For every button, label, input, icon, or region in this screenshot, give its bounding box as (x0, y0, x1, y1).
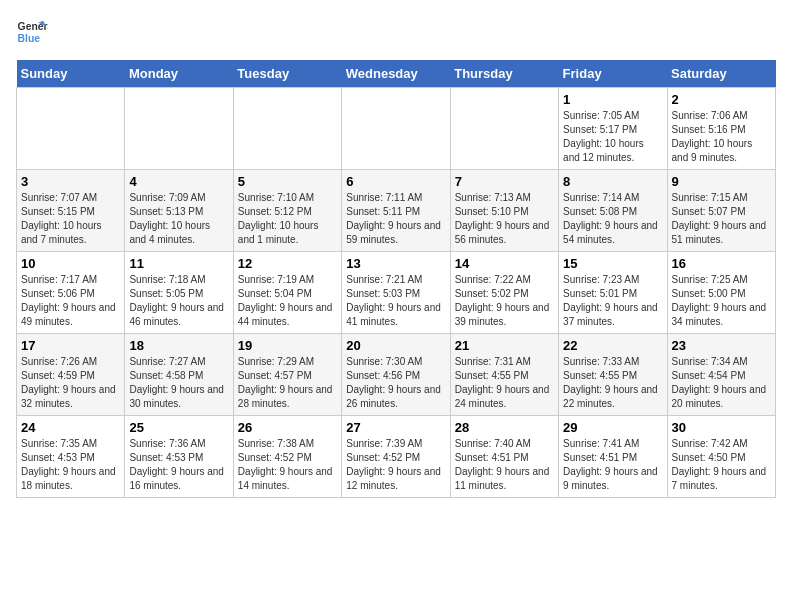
day-number: 8 (563, 174, 662, 189)
calendar-cell: 13Sunrise: 7:21 AM Sunset: 5:03 PM Dayli… (342, 252, 450, 334)
day-info: Sunrise: 7:05 AM Sunset: 5:17 PM Dayligh… (563, 109, 662, 165)
day-info: Sunrise: 7:35 AM Sunset: 4:53 PM Dayligh… (21, 437, 120, 493)
calendar-cell (233, 88, 341, 170)
calendar-week-row: 24Sunrise: 7:35 AM Sunset: 4:53 PM Dayli… (17, 416, 776, 498)
day-number: 22 (563, 338, 662, 353)
calendar-cell: 8Sunrise: 7:14 AM Sunset: 5:08 PM Daylig… (559, 170, 667, 252)
calendar-cell: 3Sunrise: 7:07 AM Sunset: 5:15 PM Daylig… (17, 170, 125, 252)
calendar-cell: 17Sunrise: 7:26 AM Sunset: 4:59 PM Dayli… (17, 334, 125, 416)
logo: General Blue (16, 16, 52, 48)
calendar-cell: 9Sunrise: 7:15 AM Sunset: 5:07 PM Daylig… (667, 170, 775, 252)
day-number: 16 (672, 256, 771, 271)
calendar-cell: 4Sunrise: 7:09 AM Sunset: 5:13 PM Daylig… (125, 170, 233, 252)
weekday-header: Tuesday (233, 60, 341, 88)
day-info: Sunrise: 7:40 AM Sunset: 4:51 PM Dayligh… (455, 437, 554, 493)
calendar-cell: 1Sunrise: 7:05 AM Sunset: 5:17 PM Daylig… (559, 88, 667, 170)
calendar-cell: 20Sunrise: 7:30 AM Sunset: 4:56 PM Dayli… (342, 334, 450, 416)
day-number: 4 (129, 174, 228, 189)
calendar-cell: 26Sunrise: 7:38 AM Sunset: 4:52 PM Dayli… (233, 416, 341, 498)
calendar-week-row: 1Sunrise: 7:05 AM Sunset: 5:17 PM Daylig… (17, 88, 776, 170)
day-info: Sunrise: 7:11 AM Sunset: 5:11 PM Dayligh… (346, 191, 445, 247)
day-number: 18 (129, 338, 228, 353)
calendar-cell: 30Sunrise: 7:42 AM Sunset: 4:50 PM Dayli… (667, 416, 775, 498)
day-info: Sunrise: 7:29 AM Sunset: 4:57 PM Dayligh… (238, 355, 337, 411)
weekday-header: Saturday (667, 60, 775, 88)
day-number: 11 (129, 256, 228, 271)
day-number: 13 (346, 256, 445, 271)
calendar-cell: 22Sunrise: 7:33 AM Sunset: 4:55 PM Dayli… (559, 334, 667, 416)
calendar-cell: 25Sunrise: 7:36 AM Sunset: 4:53 PM Dayli… (125, 416, 233, 498)
calendar-cell: 27Sunrise: 7:39 AM Sunset: 4:52 PM Dayli… (342, 416, 450, 498)
day-number: 9 (672, 174, 771, 189)
day-number: 15 (563, 256, 662, 271)
day-number: 3 (21, 174, 120, 189)
day-info: Sunrise: 7:17 AM Sunset: 5:06 PM Dayligh… (21, 273, 120, 329)
calendar-cell: 28Sunrise: 7:40 AM Sunset: 4:51 PM Dayli… (450, 416, 558, 498)
weekday-header: Sunday (17, 60, 125, 88)
day-info: Sunrise: 7:31 AM Sunset: 4:55 PM Dayligh… (455, 355, 554, 411)
day-info: Sunrise: 7:21 AM Sunset: 5:03 PM Dayligh… (346, 273, 445, 329)
day-info: Sunrise: 7:14 AM Sunset: 5:08 PM Dayligh… (563, 191, 662, 247)
weekday-header: Monday (125, 60, 233, 88)
calendar-cell: 23Sunrise: 7:34 AM Sunset: 4:54 PM Dayli… (667, 334, 775, 416)
day-info: Sunrise: 7:07 AM Sunset: 5:15 PM Dayligh… (21, 191, 120, 247)
day-number: 20 (346, 338, 445, 353)
day-info: Sunrise: 7:41 AM Sunset: 4:51 PM Dayligh… (563, 437, 662, 493)
day-info: Sunrise: 7:33 AM Sunset: 4:55 PM Dayligh… (563, 355, 662, 411)
day-info: Sunrise: 7:09 AM Sunset: 5:13 PM Dayligh… (129, 191, 228, 247)
day-info: Sunrise: 7:18 AM Sunset: 5:05 PM Dayligh… (129, 273, 228, 329)
day-info: Sunrise: 7:13 AM Sunset: 5:10 PM Dayligh… (455, 191, 554, 247)
day-number: 1 (563, 92, 662, 107)
weekday-header: Friday (559, 60, 667, 88)
day-info: Sunrise: 7:23 AM Sunset: 5:01 PM Dayligh… (563, 273, 662, 329)
day-number: 29 (563, 420, 662, 435)
calendar-cell: 5Sunrise: 7:10 AM Sunset: 5:12 PM Daylig… (233, 170, 341, 252)
calendar-cell: 7Sunrise: 7:13 AM Sunset: 5:10 PM Daylig… (450, 170, 558, 252)
day-number: 21 (455, 338, 554, 353)
day-info: Sunrise: 7:34 AM Sunset: 4:54 PM Dayligh… (672, 355, 771, 411)
calendar-week-row: 3Sunrise: 7:07 AM Sunset: 5:15 PM Daylig… (17, 170, 776, 252)
day-number: 30 (672, 420, 771, 435)
calendar-cell: 29Sunrise: 7:41 AM Sunset: 4:51 PM Dayli… (559, 416, 667, 498)
calendar-cell: 18Sunrise: 7:27 AM Sunset: 4:58 PM Dayli… (125, 334, 233, 416)
day-number: 10 (21, 256, 120, 271)
day-number: 6 (346, 174, 445, 189)
day-number: 5 (238, 174, 337, 189)
day-number: 2 (672, 92, 771, 107)
calendar-cell: 6Sunrise: 7:11 AM Sunset: 5:11 PM Daylig… (342, 170, 450, 252)
calendar-cell: 15Sunrise: 7:23 AM Sunset: 5:01 PM Dayli… (559, 252, 667, 334)
day-number: 7 (455, 174, 554, 189)
calendar-cell: 2Sunrise: 7:06 AM Sunset: 5:16 PM Daylig… (667, 88, 775, 170)
day-info: Sunrise: 7:36 AM Sunset: 4:53 PM Dayligh… (129, 437, 228, 493)
day-number: 24 (21, 420, 120, 435)
day-info: Sunrise: 7:30 AM Sunset: 4:56 PM Dayligh… (346, 355, 445, 411)
day-number: 17 (21, 338, 120, 353)
day-number: 12 (238, 256, 337, 271)
calendar-cell (450, 88, 558, 170)
calendar-cell (342, 88, 450, 170)
calendar-cell: 24Sunrise: 7:35 AM Sunset: 4:53 PM Dayli… (17, 416, 125, 498)
day-info: Sunrise: 7:38 AM Sunset: 4:52 PM Dayligh… (238, 437, 337, 493)
calendar-week-row: 10Sunrise: 7:17 AM Sunset: 5:06 PM Dayli… (17, 252, 776, 334)
logo-icon: General Blue (16, 16, 48, 48)
calendar-cell: 11Sunrise: 7:18 AM Sunset: 5:05 PM Dayli… (125, 252, 233, 334)
weekday-header: Wednesday (342, 60, 450, 88)
day-info: Sunrise: 7:39 AM Sunset: 4:52 PM Dayligh… (346, 437, 445, 493)
day-info: Sunrise: 7:27 AM Sunset: 4:58 PM Dayligh… (129, 355, 228, 411)
calendar-cell: 12Sunrise: 7:19 AM Sunset: 5:04 PM Dayli… (233, 252, 341, 334)
svg-text:Blue: Blue (18, 33, 41, 44)
day-number: 23 (672, 338, 771, 353)
day-info: Sunrise: 7:15 AM Sunset: 5:07 PM Dayligh… (672, 191, 771, 247)
day-info: Sunrise: 7:19 AM Sunset: 5:04 PM Dayligh… (238, 273, 337, 329)
day-number: 26 (238, 420, 337, 435)
calendar-cell (17, 88, 125, 170)
calendar-week-row: 17Sunrise: 7:26 AM Sunset: 4:59 PM Dayli… (17, 334, 776, 416)
day-info: Sunrise: 7:10 AM Sunset: 5:12 PM Dayligh… (238, 191, 337, 247)
day-info: Sunrise: 7:25 AM Sunset: 5:00 PM Dayligh… (672, 273, 771, 329)
calendar-cell: 19Sunrise: 7:29 AM Sunset: 4:57 PM Dayli… (233, 334, 341, 416)
calendar-table: SundayMondayTuesdayWednesdayThursdayFrid… (16, 60, 776, 498)
day-number: 27 (346, 420, 445, 435)
header: General Blue (16, 16, 776, 48)
day-number: 14 (455, 256, 554, 271)
day-info: Sunrise: 7:42 AM Sunset: 4:50 PM Dayligh… (672, 437, 771, 493)
